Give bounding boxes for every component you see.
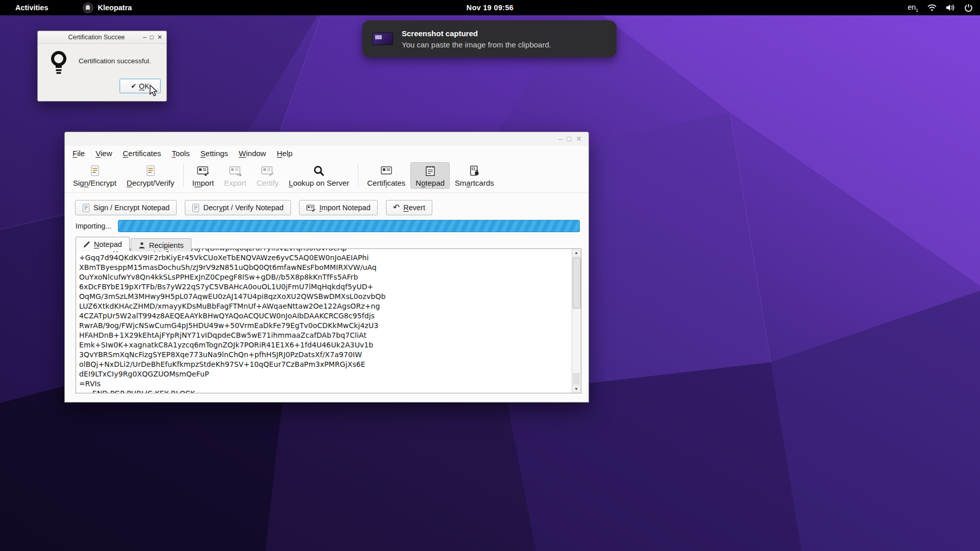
decrypt-verify-notepad-button[interactable]: Decrypt / Verify Notepad [185, 200, 290, 215]
toolbar-import[interactable]: Import [187, 162, 219, 189]
import-progress-row: Importing... [76, 220, 589, 232]
desktop: Activities Kleopatra Nov 19 09:56 en1 [0, 0, 980, 551]
menu-certificates[interactable]: Certificates [121, 147, 162, 159]
pencil-icon [83, 241, 90, 248]
notepad-line: 6xDcFBYbE19pXrTFb/Bs7yW22qS7yC5VBAHcA0ou… [79, 282, 571, 292]
tab-notepad[interactable]: Notepad [76, 237, 130, 252]
toolbar-sign-encrypt[interactable]: Sign/Encrypt [68, 162, 121, 189]
notepad-action-row: Sign / Encrypt Notepad Decrypt / Verify … [75, 200, 589, 214]
notepad-line: 3QvYBRSmXqNcFizgSYEP8Xqe773uNa9lnChQn+pf… [79, 350, 571, 360]
window-maximize-button[interactable]: □ [567, 134, 571, 143]
dialog-maximize-button[interactable]: □ [150, 34, 154, 40]
toolbar-separator [183, 163, 184, 187]
scroll-up-arrow[interactable]: ▲ [572, 249, 580, 257]
notepad-line: XBmTByesppM15masDochuSh/zJ9rV9zN851uQbQ0… [79, 263, 571, 272]
screenshot-notification[interactable]: Screenshot captured You can paste the im… [362, 20, 617, 57]
notepad-line: +Gqq7d94QKdKV9IF2rbKiyEr45VkCUoXeTbENQVA… [79, 253, 571, 263]
menu-settings[interactable]: Settings [200, 147, 229, 159]
ok-button-label: OK [139, 82, 149, 90]
kleopatra-titlebar[interactable]: – □ ✕ [65, 132, 589, 146]
vertical-scrollbar[interactable]: ▲ ▼ [572, 249, 581, 393]
menu-file[interactable]: File [71, 147, 86, 159]
notepad-line: HFAHDnB+1X29kEhtAjFYpRjNY71vIDqpdeCBw5wE… [79, 331, 571, 340]
notepad-line: LUZ6XtkdKHAcZHMD/xmayyKDsMuBbFagFTMnUf+A… [79, 302, 571, 311]
mouse-cursor [149, 85, 160, 97]
certify-icon [261, 165, 274, 177]
notepad-icon [424, 165, 436, 177]
notepad-line: =RVIs [79, 379, 571, 389]
power-icon [964, 4, 973, 12]
notepad-textarea[interactable]: mQENBFtJyaABCADPjq5gZcrK0/uJTqGllwpXq0qL… [76, 248, 581, 393]
import-progress-bar [118, 220, 580, 232]
screenshot-thumbnail [373, 33, 393, 45]
toolbar-decrypt-verify[interactable]: Decrypt/Verify [121, 162, 179, 189]
export-certificate-icon [229, 165, 242, 177]
notepad-line: 4CZATpUr5W2alT994z8AEQEAAYkBHwQYAQoACQUC… [79, 311, 571, 321]
window-minimize-button[interactable]: – [558, 134, 562, 143]
sign-encrypt-notepad-button[interactable]: Sign / Encrypt Notepad [75, 200, 177, 215]
pgp-key-block: mQENBFtJyaABCADPjq5gZcrK0/uJTqGllwpXq0qL… [79, 248, 571, 393]
toolbar-separator [358, 163, 358, 187]
scrollbar-track-mark [573, 373, 580, 384]
notification-title: Screenshot captured [402, 29, 551, 38]
system-tray[interactable]: en1 [908, 0, 973, 15]
person-icon [138, 242, 145, 249]
activities-button[interactable]: Activities [12, 3, 51, 13]
document-icon [192, 204, 200, 212]
menu-tools[interactable]: Tools [171, 147, 191, 159]
wifi-icon [927, 4, 937, 12]
toolbar-notepad[interactable]: Notepad [410, 162, 450, 189]
search-icon [313, 165, 325, 177]
toolbar-export: Export [219, 162, 251, 189]
notification-body: You can paste the image from the clipboa… [402, 40, 551, 49]
notepad-line: olBQj+NxDLi2/UrDeBhEfuKfkmpzStdeKh97SV+1… [79, 360, 571, 369]
menu-help[interactable]: Help [276, 147, 293, 159]
certificates-icon [380, 165, 393, 177]
menu-view[interactable]: View [94, 147, 113, 159]
import-certificate-icon [197, 165, 210, 177]
notepad-line: RwrAB/9og/FWjcNSwCumG4pJ5HDU49w+50VrmEaD… [79, 321, 571, 331]
dialog-titlebar[interactable]: Certification Succee – □ ✕ [38, 31, 166, 44]
toolbar-certify: Certify [251, 162, 283, 189]
menubar: File View Certificates Tools Settings Wi… [65, 146, 589, 161]
keyboard-layout-indicator[interactable]: en1 [908, 3, 918, 13]
document-icon [82, 204, 90, 212]
scrollbar-thumb[interactable] [573, 258, 581, 309]
volume-icon [946, 4, 955, 12]
toolbar-smartcards[interactable]: Smartcards [450, 162, 499, 189]
import-notepad-button[interactable]: Import Notepad [299, 200, 378, 215]
kleopatra-window: – □ ✕ File View Certificates Tools Setti… [64, 132, 589, 403]
main-toolbar: Sign/Encrypt Decrypt/Verify Import Expor [65, 161, 589, 193]
dialog-message: Certification successful. [79, 57, 151, 65]
notepad-line: -----END PGP PUBLIC KEY BLOCK----- [79, 389, 571, 393]
document-verify-icon [145, 165, 156, 177]
lightbulb-icon [50, 51, 67, 78]
notepad-line: OqMG/3mSzLM3MHwy9H5pL07AqwEU0zAJ147U4pi8… [79, 292, 571, 302]
check-icon: ✔ [131, 82, 136, 90]
notepad-line: dEI9LTxCIy9Rg0XQGZUOMsmQeFuP [79, 369, 571, 379]
gnome-top-bar: Activities Kleopatra Nov 19 09:56 en1 [0, 0, 980, 15]
window-close-button[interactable]: ✕ [576, 134, 582, 143]
dialog-minimize-button[interactable]: – [143, 34, 146, 40]
toolbar-lookup-on-server[interactable]: Lookup on Server [284, 162, 354, 189]
import-card-icon [306, 204, 316, 212]
tab-recipients[interactable]: Recipients [131, 238, 191, 252]
revert-button[interactable]: ↶ Revert [386, 200, 432, 215]
dialog-title: Certification Succee [52, 34, 141, 41]
toolbar-certificates[interactable]: Certificates [362, 162, 410, 189]
menu-window[interactable]: Window [238, 147, 267, 159]
clock-button[interactable]: Nov 19 09:56 [467, 4, 513, 12]
smartcards-icon [468, 165, 480, 177]
dialog-close-button[interactable]: ✕ [157, 34, 162, 40]
progress-label: Importing... [76, 222, 118, 230]
notepad-line: Emk+SIw0K+xagnatkC8A1yzcq6mTognZOJk7PORi… [79, 340, 571, 350]
app-menu-label: Kleopatra [97, 4, 132, 12]
document-sign-icon [89, 165, 101, 177]
revert-icon: ↶ [393, 204, 400, 212]
notepad-line: OuYxoNlcufwYv8Qn4kkSLsPPHExJnZ0CpegF8ISw… [79, 272, 571, 282]
certification-dialog: Certification Succee – □ ✕ Certification… [37, 31, 167, 102]
scroll-down-arrow[interactable]: ▼ [572, 385, 580, 393]
kleopatra-app-icon [83, 3, 93, 13]
app-menu-button[interactable]: Kleopatra [83, 3, 132, 13]
